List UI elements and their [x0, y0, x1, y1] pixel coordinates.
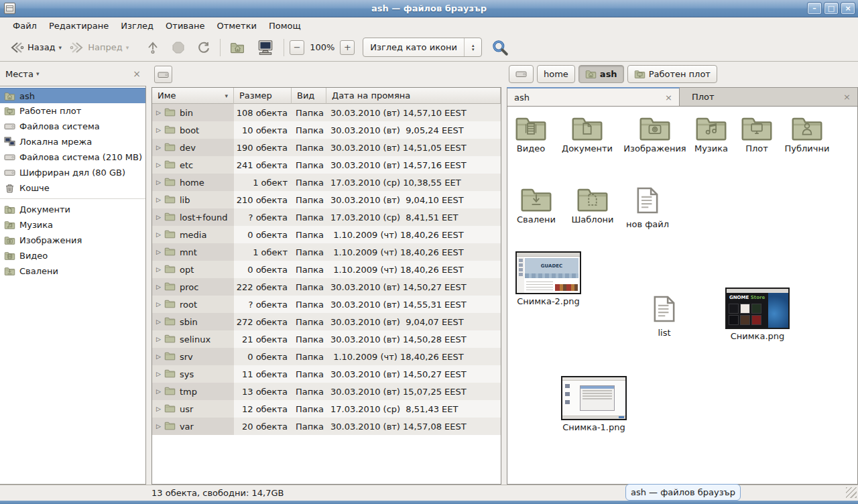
- computer-button[interactable]: [253, 36, 278, 59]
- folder-item[interactable]: Публични: [777, 115, 837, 153]
- menu-help[interactable]: Помощ: [263, 19, 307, 33]
- image-file-item[interactable]: Снимка-1.png: [558, 376, 629, 432]
- place-item[interactable]: Файлова система: [0, 119, 145, 134]
- place-item[interactable]: Музика: [0, 217, 145, 233]
- table-row[interactable]: ▷bin108 обектаПапка30.03.2010 (вт) 14,57…: [152, 104, 501, 121]
- table-row[interactable]: ▷lib210 обектаПапка30.03.2010 (вт) 9,04,…: [152, 191, 501, 208]
- expander-icon[interactable]: ▷: [156, 162, 161, 168]
- place-item[interactable]: Документи: [0, 202, 145, 217]
- folder-item[interactable]: Плот: [737, 115, 777, 153]
- menu-view[interactable]: Изглед: [115, 19, 160, 33]
- table-row[interactable]: ▷etc241 обектаПапка30.03.2010 (вт) 14,57…: [152, 156, 501, 174]
- column-header[interactable]: Размер: [234, 88, 292, 104]
- title-bar[interactable]: ash — файлов браузър – □ ×: [0, 0, 858, 17]
- column-header[interactable]: Вид: [292, 88, 326, 104]
- table-row[interactable]: ▷srv0 обектаПапка 1.10.2009 (чт) 18,40,2…: [152, 348, 501, 365]
- folder-item[interactable]: Свалени: [511, 186, 562, 225]
- column-header[interactable]: Име▾: [152, 88, 234, 104]
- file-item[interactable]: нов файл: [622, 186, 673, 229]
- table-row[interactable]: ▷boot10 обектаПапка30.03.2010 (вт) 9,05,…: [152, 121, 501, 139]
- folder-item[interactable]: Документи: [552, 115, 623, 153]
- image-file-item[interactable]: GNOME StoreСнимка.png: [721, 288, 794, 341]
- back-button[interactable]: Назад ▾: [5, 38, 66, 58]
- table-row[interactable]: ▷dev190 обектаПапка30.03.2010 (вт) 14,51…: [152, 139, 501, 156]
- place-item[interactable]: Изображения: [0, 233, 145, 248]
- expander-icon[interactable]: ▷: [156, 301, 161, 308]
- expander-icon[interactable]: ▷: [156, 266, 161, 273]
- table-row[interactable]: ▷var20 обектаПапка30.03.2010 (вт) 14,57,…: [152, 418, 501, 435]
- folder-item[interactable]: Музика: [687, 115, 735, 153]
- table-row[interactable]: ▷proc222 обектаПапка30.03.2010 (вт) 14,5…: [152, 278, 501, 296]
- place-item[interactable]: Работен плот: [0, 103, 145, 119]
- expander-icon[interactable]: ▷: [156, 144, 161, 151]
- back-history-chevron-icon[interactable]: ▾: [59, 44, 62, 51]
- place-item[interactable]: Видео: [0, 248, 145, 263]
- table-row[interactable]: ▷lost+found? обектаПапка17.03.2010 (ср) …: [152, 208, 501, 226]
- table-row[interactable]: ▷sys11 обектаПапка30.03.2010 (вт) 14,50,…: [152, 365, 501, 383]
- table-row[interactable]: ▷home1 обектПапка17.03.2010 (ср) 10,38,5…: [152, 174, 501, 191]
- expander-icon[interactable]: ▷: [156, 196, 161, 203]
- menu-edit[interactable]: Редактиране: [43, 19, 115, 33]
- expander-icon[interactable]: ▷: [156, 405, 161, 412]
- folder-item[interactable]: Изображения: [623, 115, 687, 153]
- up-button[interactable]: [142, 38, 164, 58]
- table-row[interactable]: ▷tmp13 обектаПапка30.03.2010 (вт) 15,07,…: [152, 383, 501, 400]
- tab-Плот[interactable]: Плот×: [680, 87, 858, 106]
- resize-grip[interactable]: [846, 487, 857, 498]
- tree-root-button[interactable]: [154, 66, 172, 83]
- expander-icon[interactable]: ▷: [156, 371, 161, 377]
- expander-icon[interactable]: ▷: [156, 179, 161, 186]
- path-button[interactable]: Работен плот: [627, 65, 717, 83]
- expander-icon[interactable]: ▷: [156, 423, 161, 430]
- menu-file[interactable]: Файл: [7, 19, 43, 33]
- table-row[interactable]: ▷usr12 обектаПапка17.03.2010 (ср) 8,51,4…: [152, 400, 501, 418]
- tab-close-icon[interactable]: ×: [665, 92, 672, 103]
- view-mode-select[interactable]: Изглед като икони ▴▾: [363, 38, 482, 57]
- expander-icon[interactable]: ▷: [156, 388, 161, 395]
- table-row[interactable]: ▷media0 обектаПапка 1.10.2009 (чт) 18,40…: [152, 226, 501, 243]
- menu-bookmarks[interactable]: Отметки: [210, 19, 262, 33]
- place-item[interactable]: Кошче: [0, 180, 145, 196]
- search-icon[interactable]: [491, 39, 509, 56]
- image-file-item[interactable]: GUADECСнимка-2.png: [513, 251, 584, 306]
- reload-button[interactable]: [193, 38, 214, 58]
- table-row[interactable]: ▷selinux21 обектаПапка30.03.2010 (вт) 14…: [152, 330, 501, 348]
- maximize-button[interactable]: □: [824, 2, 839, 15]
- expander-icon[interactable]: ▷: [156, 284, 161, 290]
- folder-item[interactable]: Шаблони: [567, 186, 618, 225]
- folder-item[interactable]: Видео: [510, 115, 552, 153]
- expander-icon[interactable]: ▷: [156, 249, 161, 255]
- file-item[interactable]: list: [639, 294, 690, 338]
- place-item[interactable]: Свалени: [0, 263, 145, 279]
- zoom-out-button[interactable]: −: [290, 40, 304, 55]
- menu-go[interactable]: Отиване: [160, 19, 210, 33]
- home-button[interactable]: [226, 38, 249, 57]
- path-button[interactable]: ash: [578, 65, 624, 83]
- table-row[interactable]: ▷opt0 обектаПапка 1.10.2009 (чт) 18,40,2…: [152, 261, 501, 278]
- place-item[interactable]: Шифриран дял (80 GB): [0, 165, 145, 180]
- place-item[interactable]: Файлова система (210 MB): [0, 149, 145, 165]
- column-header[interactable]: Дата на промяна: [326, 88, 501, 104]
- expander-icon[interactable]: ▷: [156, 214, 161, 220]
- path-button[interactable]: [509, 65, 534, 83]
- pane-separator[interactable]: [146, 62, 151, 485]
- expander-icon[interactable]: ▷: [156, 353, 161, 360]
- place-item[interactable]: ash: [0, 88, 145, 103]
- expander-icon[interactable]: ▷: [156, 109, 161, 116]
- tab-ash[interactable]: ash×: [507, 87, 680, 106]
- expander-icon[interactable]: ▷: [156, 231, 161, 238]
- expander-icon[interactable]: ▷: [156, 336, 161, 342]
- table-row[interactable]: ▷sbin272 обектаПапка30.03.2010 (вт) 9,04…: [152, 313, 501, 330]
- path-button[interactable]: home: [537, 65, 575, 83]
- sidebar-close-icon[interactable]: ×: [133, 68, 141, 79]
- table-row[interactable]: ▷root? обектаПапка30.03.2010 (вт) 14,55,…: [152, 296, 501, 313]
- table-row[interactable]: ▷mnt1 обектПапка 1.10.2009 (чт) 18,40,26…: [152, 243, 501, 261]
- place-item[interactable]: Локална мрежа: [0, 134, 145, 149]
- forward-button[interactable]: Напред ▾: [66, 38, 133, 58]
- expander-icon[interactable]: ▷: [156, 318, 161, 325]
- sidebar-mode-chevron-icon[interactable]: ▾: [36, 70, 40, 77]
- minimize-button[interactable]: –: [807, 2, 822, 15]
- tab-close-icon[interactable]: ×: [843, 92, 851, 102]
- pane-separator[interactable]: [501, 62, 507, 485]
- zoom-in-button[interactable]: +: [340, 40, 355, 55]
